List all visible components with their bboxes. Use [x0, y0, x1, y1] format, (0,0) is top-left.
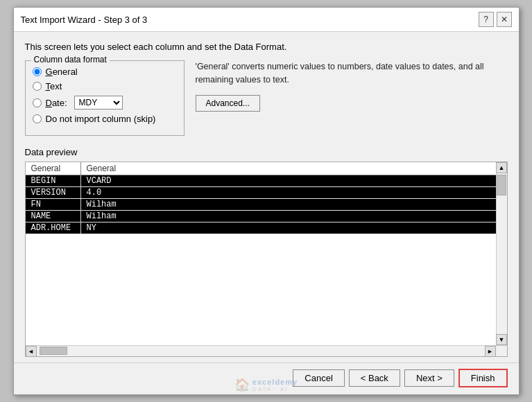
next-button[interactable]: Next > — [404, 369, 454, 387]
preview-scroll-area: General General BEGIN VCARD VERSION 4.0 — [26, 162, 507, 345]
preview-table-area: General General BEGIN VCARD VERSION 4.0 — [26, 162, 496, 345]
watermark-text: exceldemy DATA · AI — [252, 378, 298, 392]
cell: VCARD — [81, 175, 137, 186]
vscroll-up-button[interactable]: ▲ — [496, 162, 507, 173]
radio-date-label[interactable]: Date: — [46, 98, 67, 108]
table-row: FN Wilham — [26, 199, 496, 211]
vscroll-down-button[interactable]: ▼ — [496, 334, 507, 345]
title-bar-buttons: ? ✕ — [479, 12, 512, 27]
preview-col-header-2: General — [81, 162, 137, 175]
preview-col-header-1: General — [26, 162, 81, 175]
table-row: NAME Wilham — [26, 211, 496, 222]
radio-text-label[interactable]: Text — [46, 81, 62, 91]
dialog-footer: 🏠 exceldemy DATA · AI Cancel < Back Next… — [14, 362, 519, 394]
cell: Wilham — [81, 199, 137, 210]
close-button[interactable]: ✕ — [497, 12, 512, 27]
cell: BEGIN — [26, 175, 81, 186]
cell: 4.0 — [81, 187, 137, 198]
radio-skip[interactable] — [33, 114, 42, 123]
back-button[interactable]: < Back — [349, 369, 400, 387]
table-row: ADR.HOME NY — [26, 222, 496, 234]
data-preview-label: Data preview — [25, 147, 508, 157]
advanced-button[interactable]: Advanced... — [196, 95, 260, 112]
finish-button[interactable]: Finish — [458, 369, 508, 387]
preview-header: General General — [26, 162, 496, 175]
radio-date[interactable] — [33, 98, 42, 107]
column-format-group: Column data format General Text Date: MD… — [25, 60, 185, 136]
main-area: Column data format General Text Date: MD… — [25, 60, 508, 136]
cell: NAME — [26, 211, 81, 222]
hscroll-thumb[interactable] — [40, 347, 67, 355]
cell: NY — [81, 222, 137, 234]
preview-container: General General BEGIN VCARD VERSION 4.0 — [25, 161, 508, 357]
preview-hscroll-area: ◄ ► — [26, 345, 507, 356]
table-row: VERSION 4.0 — [26, 187, 496, 199]
radio-date-row: Date: MDY DMY YMD — [33, 96, 177, 110]
radio-general[interactable] — [33, 67, 42, 76]
dialog-content: This screen lets you select each column … — [14, 32, 519, 362]
hscroll-corner — [496, 346, 507, 357]
radio-text[interactable] — [33, 82, 42, 91]
right-panel: 'General' converts numeric values to num… — [196, 60, 508, 136]
help-button[interactable]: ? — [479, 12, 494, 27]
watermark-logo: 🏠 — [234, 377, 250, 392]
vscroll-thumb[interactable] — [497, 175, 506, 195]
title-bar: Text Import Wizard - Step 3 of 3 ? ✕ — [14, 8, 519, 32]
preview-vertical-scrollbar[interactable]: ▲ ▼ — [496, 162, 507, 345]
dialog-title: Text Import Wizard - Step 3 of 3 — [21, 15, 148, 25]
radio-general-label[interactable]: General — [46, 67, 78, 77]
date-format-select[interactable]: MDY DMY YMD — [74, 96, 123, 110]
dialog: Text Import Wizard - Step 3 of 3 ? ✕ Thi… — [13, 7, 520, 395]
radio-skip-row: Do not import column (skip) — [33, 114, 177, 124]
cancel-button[interactable]: Cancel — [293, 369, 344, 387]
hscroll-track[interactable] — [37, 346, 485, 356]
group-title: Column data format — [31, 55, 110, 64]
hscroll-right-button[interactable]: ► — [485, 346, 496, 357]
cell: FN — [26, 199, 81, 210]
left-panel: Column data format General Text Date: MD… — [25, 60, 185, 136]
cell: VERSION — [26, 187, 81, 198]
table-row: BEGIN VCARD — [26, 175, 496, 187]
description-text: This screen lets you select each column … — [25, 42, 508, 52]
cell: Wilham — [81, 211, 137, 222]
hscroll-left-button[interactable]: ◄ — [26, 346, 37, 357]
preview-wrapper: General General BEGIN VCARD VERSION 4.0 — [25, 161, 508, 357]
radio-text-row: Text — [33, 81, 177, 91]
cell: ADR.HOME — [26, 222, 81, 234]
general-description: 'General' converts numeric values to num… — [196, 60, 508, 87]
radio-general-row: General — [33, 67, 177, 77]
radio-skip-label[interactable]: Do not import column (skip) — [46, 114, 156, 124]
